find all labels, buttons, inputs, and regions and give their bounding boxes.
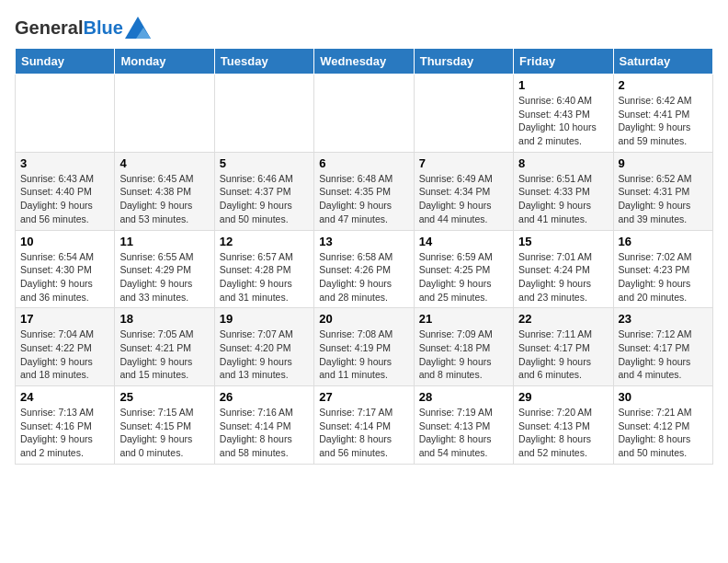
calendar-day-header: Sunday	[16, 49, 115, 75]
day-number: 29	[518, 390, 608, 404]
day-info: Sunrise: 7:11 AM Sunset: 4:17 PM Dayligh…	[518, 327, 608, 382]
calendar-cell: 22Sunrise: 7:11 AM Sunset: 4:17 PM Dayli…	[514, 308, 613, 386]
day-number: 20	[319, 312, 408, 326]
calendar-cell: 6Sunrise: 6:48 AM Sunset: 4:35 PM Daylig…	[314, 152, 414, 230]
calendar-cell: 24Sunrise: 7:13 AM Sunset: 4:16 PM Dayli…	[16, 386, 115, 465]
day-info: Sunrise: 7:12 AM Sunset: 4:17 PM Dayligh…	[619, 327, 708, 382]
day-number: 11	[119, 235, 209, 248]
day-number: 12	[220, 235, 309, 248]
calendar-day-header: Monday	[115, 49, 214, 75]
day-number: 28	[419, 390, 508, 404]
day-number: 24	[20, 390, 109, 404]
calendar-cell	[16, 75, 115, 153]
day-info: Sunrise: 7:21 AM Sunset: 4:12 PM Dayligh…	[619, 406, 708, 460]
day-info: Sunrise: 7:02 AM Sunset: 4:23 PM Dayligh…	[619, 250, 708, 304]
day-number: 18	[119, 312, 209, 326]
calendar-cell: 9Sunrise: 6:52 AM Sunset: 4:31 PM Daylig…	[613, 152, 712, 230]
calendar-week-row: 3Sunrise: 6:43 AM Sunset: 4:40 PM Daylig…	[16, 152, 713, 230]
day-info: Sunrise: 6:40 AM Sunset: 4:43 PM Dayligh…	[518, 94, 608, 148]
day-info: Sunrise: 7:04 AM Sunset: 4:22 PM Dayligh…	[20, 327, 109, 382]
day-number: 5	[220, 156, 309, 170]
calendar-day-header: Tuesday	[214, 49, 313, 75]
calendar-cell	[314, 75, 414, 153]
day-number: 19	[220, 312, 309, 326]
day-info: Sunrise: 6:52 AM Sunset: 4:31 PM Dayligh…	[619, 172, 708, 226]
calendar-cell: 25Sunrise: 7:15 AM Sunset: 4:15 PM Dayli…	[115, 386, 214, 465]
day-info: Sunrise: 6:42 AM Sunset: 4:41 PM Dayligh…	[619, 94, 708, 148]
day-info: Sunrise: 6:59 AM Sunset: 4:25 PM Dayligh…	[419, 250, 508, 304]
calendar-cell: 26Sunrise: 7:16 AM Sunset: 4:14 PM Dayli…	[214, 386, 313, 465]
calendar-week-row: 10Sunrise: 6:54 AM Sunset: 4:30 PM Dayli…	[16, 230, 713, 308]
calendar-cell: 10Sunrise: 6:54 AM Sunset: 4:30 PM Dayli…	[16, 230, 115, 308]
calendar-week-row: 1Sunrise: 6:40 AM Sunset: 4:43 PM Daylig…	[16, 75, 713, 153]
day-info: Sunrise: 7:17 AM Sunset: 4:14 PM Dayligh…	[319, 406, 408, 460]
day-info: Sunrise: 7:13 AM Sunset: 4:16 PM Dayligh…	[20, 406, 109, 460]
day-info: Sunrise: 7:07 AM Sunset: 4:20 PM Dayligh…	[220, 327, 309, 382]
day-number: 26	[220, 390, 309, 404]
calendar-header-row: SundayMondayTuesdayWednesdayThursdayFrid…	[16, 49, 713, 75]
calendar-cell	[214, 75, 313, 153]
day-number: 15	[518, 235, 608, 248]
calendar-day-header: Wednesday	[314, 49, 414, 75]
day-info: Sunrise: 7:19 AM Sunset: 4:13 PM Dayligh…	[419, 406, 508, 460]
calendar-week-row: 24Sunrise: 7:13 AM Sunset: 4:16 PM Dayli…	[16, 386, 713, 465]
day-number: 14	[419, 235, 508, 248]
calendar-day-header: Saturday	[613, 49, 712, 75]
day-info: Sunrise: 7:20 AM Sunset: 4:13 PM Dayligh…	[518, 406, 608, 460]
day-info: Sunrise: 6:51 AM Sunset: 4:33 PM Dayligh…	[518, 172, 608, 226]
calendar: SundayMondayTuesdayWednesdayThursdayFrid…	[15, 48, 713, 465]
day-number: 17	[20, 312, 109, 326]
day-number: 22	[518, 312, 608, 326]
day-number: 16	[619, 235, 708, 248]
day-info: Sunrise: 6:57 AM Sunset: 4:28 PM Dayligh…	[220, 250, 309, 304]
day-info: Sunrise: 7:05 AM Sunset: 4:21 PM Dayligh…	[119, 327, 209, 382]
day-number: 13	[319, 235, 408, 248]
day-info: Sunrise: 7:16 AM Sunset: 4:14 PM Dayligh…	[220, 406, 309, 460]
day-number: 7	[419, 156, 508, 170]
day-number: 6	[319, 156, 408, 170]
calendar-week-row: 17Sunrise: 7:04 AM Sunset: 4:22 PM Dayli…	[16, 308, 713, 386]
calendar-cell: 11Sunrise: 6:55 AM Sunset: 4:29 PM Dayli…	[115, 230, 214, 308]
calendar-cell: 14Sunrise: 6:59 AM Sunset: 4:25 PM Dayli…	[414, 230, 513, 308]
calendar-cell: 18Sunrise: 7:05 AM Sunset: 4:21 PM Dayli…	[115, 308, 214, 386]
day-number: 23	[619, 312, 708, 326]
calendar-cell: 19Sunrise: 7:07 AM Sunset: 4:20 PM Dayli…	[214, 308, 313, 386]
calendar-day-header: Thursday	[414, 49, 513, 75]
day-info: Sunrise: 6:48 AM Sunset: 4:35 PM Dayligh…	[319, 172, 408, 226]
calendar-cell: 7Sunrise: 6:49 AM Sunset: 4:34 PM Daylig…	[414, 152, 513, 230]
calendar-cell: 13Sunrise: 6:58 AM Sunset: 4:26 PM Dayli…	[314, 230, 414, 308]
calendar-cell: 1Sunrise: 6:40 AM Sunset: 4:43 PM Daylig…	[514, 75, 613, 153]
calendar-cell: 17Sunrise: 7:04 AM Sunset: 4:22 PM Dayli…	[16, 308, 115, 386]
calendar-cell: 27Sunrise: 7:17 AM Sunset: 4:14 PM Dayli…	[314, 386, 414, 465]
day-number: 25	[119, 390, 209, 404]
logo-icon	[123, 15, 153, 40]
day-info: Sunrise: 6:58 AM Sunset: 4:26 PM Dayligh…	[319, 250, 408, 304]
calendar-cell: 20Sunrise: 7:08 AM Sunset: 4:19 PM Dayli…	[314, 308, 414, 386]
logo-text: GeneralBlue	[15, 18, 123, 37]
day-number: 27	[319, 390, 408, 404]
day-info: Sunrise: 7:08 AM Sunset: 4:19 PM Dayligh…	[319, 327, 408, 382]
day-number: 21	[419, 312, 508, 326]
calendar-cell: 2Sunrise: 6:42 AM Sunset: 4:41 PM Daylig…	[613, 75, 712, 153]
day-info: Sunrise: 6:46 AM Sunset: 4:37 PM Dayligh…	[220, 172, 309, 226]
calendar-cell: 29Sunrise: 7:20 AM Sunset: 4:13 PM Dayli…	[514, 386, 613, 465]
calendar-cell: 28Sunrise: 7:19 AM Sunset: 4:13 PM Dayli…	[414, 386, 513, 465]
header: GeneralBlue	[15, 15, 713, 40]
calendar-cell: 8Sunrise: 6:51 AM Sunset: 4:33 PM Daylig…	[514, 152, 613, 230]
day-number: 2	[619, 78, 708, 92]
day-number: 9	[619, 156, 708, 170]
calendar-cell	[115, 75, 214, 153]
day-info: Sunrise: 7:09 AM Sunset: 4:18 PM Dayligh…	[419, 327, 508, 382]
calendar-cell: 5Sunrise: 6:46 AM Sunset: 4:37 PM Daylig…	[214, 152, 313, 230]
calendar-cell: 3Sunrise: 6:43 AM Sunset: 4:40 PM Daylig…	[16, 152, 115, 230]
calendar-cell: 21Sunrise: 7:09 AM Sunset: 4:18 PM Dayli…	[414, 308, 513, 386]
day-info: Sunrise: 7:15 AM Sunset: 4:15 PM Dayligh…	[119, 406, 209, 460]
calendar-cell: 23Sunrise: 7:12 AM Sunset: 4:17 PM Dayli…	[613, 308, 712, 386]
day-number: 4	[119, 156, 209, 170]
day-info: Sunrise: 6:54 AM Sunset: 4:30 PM Dayligh…	[20, 250, 109, 304]
calendar-cell: 12Sunrise: 6:57 AM Sunset: 4:28 PM Dayli…	[214, 230, 313, 308]
day-info: Sunrise: 7:01 AM Sunset: 4:24 PM Dayligh…	[518, 250, 608, 304]
day-info: Sunrise: 6:55 AM Sunset: 4:29 PM Dayligh…	[119, 250, 209, 304]
logo: GeneralBlue	[15, 15, 153, 40]
calendar-day-header: Friday	[514, 49, 613, 75]
